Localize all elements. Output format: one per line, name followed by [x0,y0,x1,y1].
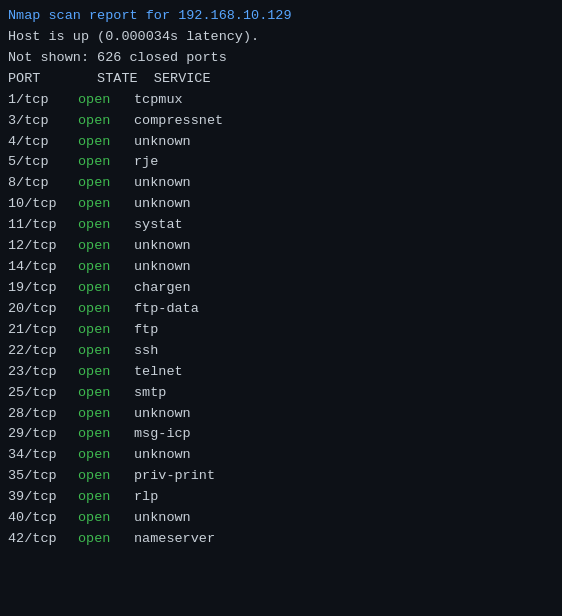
port-state: open [78,424,134,445]
port-number: 5/tcp [8,152,78,173]
port-state: open [78,508,134,529]
port-service: unknown [134,134,191,149]
table-row: 35/tcpopenpriv-print [8,466,554,487]
port-number: 40/tcp [8,508,78,529]
port-number: 12/tcp [8,236,78,257]
terminal-window: Nmap scan report for 192.168.10.129 Host… [0,0,562,616]
table-row: 14/tcpopenunknown [8,257,554,278]
table-row: 34/tcpopenunknown [8,445,554,466]
port-state: open [78,445,134,466]
table-row: 42/tcpopennameserver [8,529,554,550]
port-state: open [78,404,134,425]
port-service: unknown [134,259,191,274]
port-number: 35/tcp [8,466,78,487]
host-up-line: Host is up (0.000034s latency). [8,27,554,48]
port-state: open [78,362,134,383]
table-row: 40/tcpopenunknown [8,508,554,529]
port-state: open [78,383,134,404]
port-state: open [78,194,134,215]
port-number: 1/tcp [8,90,78,111]
port-service: systat [134,217,183,232]
port-number: 29/tcp [8,424,78,445]
port-service: unknown [134,196,191,211]
port-service: nameserver [134,531,215,546]
table-row: 8/tcpopenunknown [8,173,554,194]
table-row: 39/tcpopenrlp [8,487,554,508]
table-row: 1/tcpopentcpmux [8,90,554,111]
port-service: priv-print [134,468,215,483]
port-state: open [78,152,134,173]
port-number: 22/tcp [8,341,78,362]
port-state: open [78,257,134,278]
terminal-content: Nmap scan report for 192.168.10.129 Host… [0,0,562,616]
port-number: 4/tcp [8,132,78,153]
port-service: unknown [134,406,191,421]
port-service: unknown [134,510,191,525]
table-row: 28/tcpopenunknown [8,404,554,425]
table-row: 23/tcpopentelnet [8,362,554,383]
port-service: compressnet [134,113,223,128]
port-service: smtp [134,385,166,400]
port-state: open [78,529,134,550]
table-row: 10/tcpopenunknown [8,194,554,215]
port-service: tcpmux [134,92,183,107]
port-number: 34/tcp [8,445,78,466]
port-number: 8/tcp [8,173,78,194]
port-service: msg-icp [134,426,191,441]
port-number: 25/tcp [8,383,78,404]
port-service: ssh [134,343,158,358]
scan-header-line: Nmap scan report for 192.168.10.129 [8,6,554,27]
table-row: 21/tcpopenftp [8,320,554,341]
port-state: open [78,320,134,341]
table-row: 3/tcpopencompressnet [8,111,554,132]
port-state: open [78,215,134,236]
port-service: unknown [134,175,191,190]
port-state: open [78,487,134,508]
port-number: 10/tcp [8,194,78,215]
port-service: unknown [134,238,191,253]
port-service: ftp [134,322,158,337]
port-state: open [78,90,134,111]
table-row: 25/tcpopensmtp [8,383,554,404]
table-row: 20/tcpopenftp-data [8,299,554,320]
port-number: 21/tcp [8,320,78,341]
port-service: telnet [134,364,183,379]
port-state: open [78,173,134,194]
table-row: 22/tcpopenssh [8,341,554,362]
not-shown-line: Not shown: 626 closed ports [8,48,554,69]
table-row: 4/tcpopenunknown [8,132,554,153]
port-number: 14/tcp [8,257,78,278]
port-table: 1/tcpopentcpmux3/tcpopencompressnet4/tcp… [8,90,554,550]
table-row: 5/tcpopenrje [8,152,554,173]
port-number: 28/tcp [8,404,78,425]
port-state: open [78,111,134,132]
port-number: 11/tcp [8,215,78,236]
port-number: 20/tcp [8,299,78,320]
port-number: 23/tcp [8,362,78,383]
port-service: unknown [134,447,191,462]
port-number: 39/tcp [8,487,78,508]
port-state: open [78,132,134,153]
table-row: 29/tcpopenmsg-icp [8,424,554,445]
table-row: 12/tcpopenunknown [8,236,554,257]
port-state: open [78,466,134,487]
port-state: open [78,299,134,320]
port-state: open [78,236,134,257]
port-number: 42/tcp [8,529,78,550]
port-number: 3/tcp [8,111,78,132]
port-service: chargen [134,280,191,295]
table-row: 11/tcpopensystat [8,215,554,236]
port-state: open [78,278,134,299]
port-state: open [78,341,134,362]
port-service: rje [134,154,158,169]
port-number: 19/tcp [8,278,78,299]
table-row: 19/tcpopenchargen [8,278,554,299]
column-headers: PORT STATE SERVICE [8,69,554,90]
port-service: rlp [134,489,158,504]
port-service: ftp-data [134,301,199,316]
